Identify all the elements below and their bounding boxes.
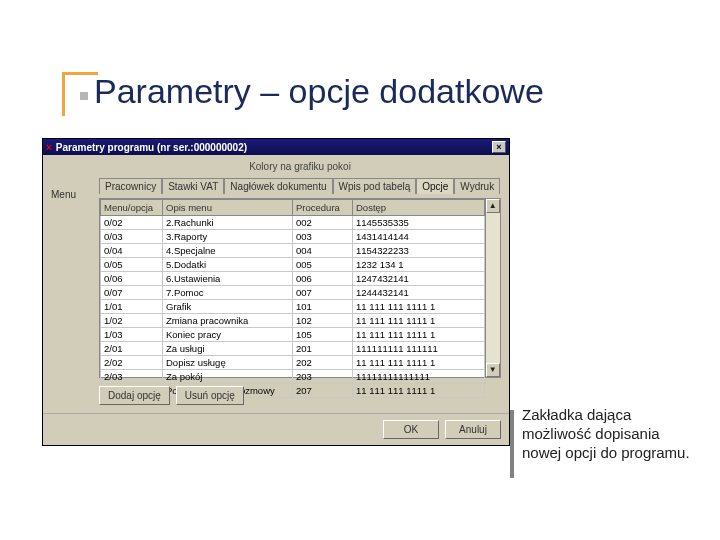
dialog-window: × Parametry programu (nr ser.:000000002)… <box>42 138 510 446</box>
cell-c2: 006 <box>293 272 353 286</box>
cell-c2: 005 <box>293 258 353 272</box>
scroll-up-icon[interactable]: ▲ <box>486 199 500 213</box>
scroll-down-icon[interactable]: ▼ <box>486 363 500 377</box>
cell-c3: 11 111 111 1111 1 <box>353 384 485 398</box>
cell-c2: 102 <box>293 314 353 328</box>
table-row[interactable]: 1/02Zmiana pracownika10211 111 111 1111 … <box>101 314 485 328</box>
cell-c2: 004 <box>293 244 353 258</box>
cell-c1: 6.Ustawienia <box>163 272 293 286</box>
cell-c0: 0/07 <box>101 286 163 300</box>
cell-c3: 1154322233 <box>353 244 485 258</box>
cell-c0: 0/04 <box>101 244 163 258</box>
tab-wpis[interactable]: Wpis pod tabelą <box>333 178 417 194</box>
tab-opcje[interactable]: Opcje <box>416 178 454 194</box>
cell-c2: 203 <box>293 370 353 384</box>
cell-c1: Grafik <box>163 300 293 314</box>
cell-c0: 1/01 <box>101 300 163 314</box>
cell-c2: 003 <box>293 230 353 244</box>
cell-c2: 202 <box>293 356 353 370</box>
close-icon[interactable]: × <box>492 141 506 153</box>
cell-c3: 11 111 111 1111 1 <box>353 300 485 314</box>
cell-c1: Dopisz usługę <box>163 356 293 370</box>
ok-button[interactable]: OK <box>383 420 439 439</box>
titlebar: × Parametry programu (nr ser.:000000002)… <box>43 139 509 155</box>
delete-option-button[interactable]: Usuń opcję <box>176 386 244 405</box>
cell-c1: Za usługi <box>163 342 293 356</box>
cell-c2: 007 <box>293 286 353 300</box>
col-menu-opcja[interactable]: Menu/opcja <box>101 200 163 216</box>
table-row[interactable]: 1/01Grafik10111 111 111 1111 1 <box>101 300 485 314</box>
table-row[interactable]: 2/03Za pokój20311111111111111 <box>101 370 485 384</box>
cell-c1: 3.Raporty <box>163 230 293 244</box>
tab-bar: Pracownicy Stawki VAT Nagłówek dokumentu… <box>99 178 501 194</box>
col-dostep[interactable]: Dostęp <box>353 200 485 216</box>
table-row[interactable]: 0/066.Ustawienia0061247432141 <box>101 272 485 286</box>
tab-naglowek[interactable]: Nagłówek dokumentu <box>224 178 332 194</box>
cell-c0: 2/01 <box>101 342 163 356</box>
cell-c2: 201 <box>293 342 353 356</box>
cell-c3: 1244432141 <box>353 286 485 300</box>
left-label: Menu <box>51 161 95 405</box>
window-title: Parametry programu (nr ser.:000000002) <box>56 142 247 153</box>
cell-c1: Zmiana pracownika <box>163 314 293 328</box>
options-table: Menu/opcja Opis menu Procedura Dostęp 0/… <box>100 199 485 398</box>
table-row[interactable]: 2/02Dopisz usługę20211 111 111 1111 1 <box>101 356 485 370</box>
dialog-footer: OK Anuluj <box>43 413 509 445</box>
cell-c2: 101 <box>293 300 353 314</box>
title-accent-square <box>80 92 88 100</box>
tab-stawki-vat[interactable]: Stawki VAT <box>162 178 224 194</box>
slide-note: Zakładka dająca możliwość dopisania nowe… <box>522 406 702 462</box>
table-row[interactable]: 0/022.Rachunki0021145535335 <box>101 216 485 230</box>
tab-wydruk[interactable]: Wydruk <box>454 178 500 194</box>
colors-link[interactable]: Kolory na grafiku pokoi <box>99 161 501 172</box>
titlebar-icon: × <box>46 142 52 153</box>
cancel-button[interactable]: Anuluj <box>445 420 501 439</box>
col-opis-menu[interactable]: Opis menu <box>163 200 293 216</box>
dialog-body: Menu Kolory na grafiku pokoi Pracownicy … <box>43 155 509 413</box>
cell-c2: 002 <box>293 216 353 230</box>
cell-c1: 7.Pomoc <box>163 286 293 300</box>
cell-c0: 2/02 <box>101 356 163 370</box>
titlebar-text: × Parametry programu (nr ser.:000000002) <box>46 142 247 153</box>
cell-c0: 0/05 <box>101 258 163 272</box>
cell-c3: 11 111 111 1111 1 <box>353 314 485 328</box>
options-table-wrap: Menu/opcja Opis menu Procedura Dostęp 0/… <box>99 198 501 378</box>
table-row[interactable]: 0/055.Dodatki0051232 134 1 <box>101 258 485 272</box>
cell-c0: 1/02 <box>101 314 163 328</box>
cell-c0: 2/03 <box>101 370 163 384</box>
note-accent-bar <box>510 410 514 478</box>
table-row[interactable]: 2/01Za usługi201111111111 111111 <box>101 342 485 356</box>
cell-c3: 11111111111111 <box>353 370 485 384</box>
col-procedura[interactable]: Procedura <box>293 200 353 216</box>
add-option-button[interactable]: Dodaj opcję <box>99 386 170 405</box>
table-row[interactable]: 0/044.Specjalne0041154322233 <box>101 244 485 258</box>
scroll-track[interactable] <box>486 213 500 363</box>
cell-c3: 111111111 111111 <box>353 342 485 356</box>
cell-c3: 1247432141 <box>353 272 485 286</box>
cell-c0: 0/06 <box>101 272 163 286</box>
tab-pracownicy[interactable]: Pracownicy <box>99 178 162 194</box>
cell-c3: 1145535335 <box>353 216 485 230</box>
cell-c0: 0/03 <box>101 230 163 244</box>
cell-c3: 11 111 111 1111 1 <box>353 356 485 370</box>
cell-c1: 2.Rachunki <box>163 216 293 230</box>
table-row[interactable]: 1/03Koniec pracy10511 111 111 1111 1 <box>101 328 485 342</box>
cell-c2: 105 <box>293 328 353 342</box>
cell-c1: Koniec pracy <box>163 328 293 342</box>
cell-c0: 1/03 <box>101 328 163 342</box>
cell-c2: 207 <box>293 384 353 398</box>
vertical-scrollbar[interactable]: ▲ ▼ <box>485 199 500 377</box>
table-row[interactable]: 0/033.Raporty0031431414144 <box>101 230 485 244</box>
cell-c1: 5.Dodatki <box>163 258 293 272</box>
slide-title: Parametry – opcje dodatkowe <box>94 72 544 111</box>
table-row[interactable]: 0/077.Pomoc0071244432141 <box>101 286 485 300</box>
cell-c3: 1431414144 <box>353 230 485 244</box>
cell-c0: 0/02 <box>101 216 163 230</box>
cell-c1: 4.Specjalne <box>163 244 293 258</box>
cell-c1: Za pokój <box>163 370 293 384</box>
cell-c3: 1232 134 1 <box>353 258 485 272</box>
cell-c3: 11 111 111 1111 1 <box>353 328 485 342</box>
